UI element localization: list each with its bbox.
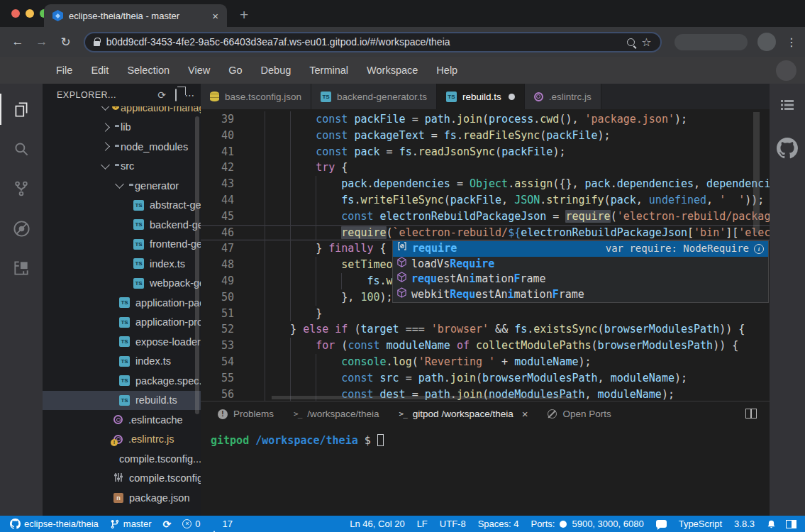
panel-tab-problems[interactable]: !Problems <box>208 409 284 419</box>
window-controls[interactable] <box>11 9 48 18</box>
tree-item-src[interactable]: src <box>43 157 201 177</box>
code-line-53[interactable]: 53for (const moduleName of collectModule… <box>201 338 770 354</box>
code-line-43[interactable]: 43pack.dependencies = Object.assign({}, … <box>201 176 770 192</box>
tree-item-generator[interactable]: generator <box>43 176 201 196</box>
terminal[interactable]: gitpod /workspace/theia $ <box>201 426 770 447</box>
code-line-42[interactable]: 42try { <box>201 160 770 176</box>
statusbar-language[interactable]: TypeScript <box>679 519 722 529</box>
tab-close-icon[interactable]: × <box>212 10 218 22</box>
sidebar-scrollbar[interactable] <box>195 116 199 414</box>
editor-horizontal-scrollbar[interactable] <box>272 396 577 399</box>
tree-item-index.ts[interactable]: TSindex.ts <box>43 254 201 274</box>
chevron-right-icon[interactable] <box>101 142 110 151</box>
statusbar-repo[interactable]: eclipse-theia/theia <box>10 519 99 529</box>
code-line-51[interactable]: 51} <box>201 306 770 322</box>
info-icon[interactable]: i <box>754 244 764 254</box>
statusbar-encoding[interactable]: UTF-8 <box>440 519 466 529</box>
bookmark-star-icon[interactable]: ☆ <box>641 35 651 49</box>
statusbar-feedback[interactable] <box>656 520 667 528</box>
suggestion-requestanimationframe[interactable]: requestAnimationFrame <box>393 272 768 287</box>
chevron-down-icon[interactable] <box>101 160 110 170</box>
code-line-45[interactable]: 45const electronRebuildPackageJson = req… <box>201 209 770 225</box>
forward-icon[interactable]: → <box>31 35 52 49</box>
explorer-files-icon[interactable] <box>0 89 43 129</box>
tree-item-.eslintrc.js[interactable]: !.eslintrc.js <box>43 430 201 450</box>
statusbar-eol[interactable]: LF <box>417 519 428 529</box>
refresh-icon[interactable]: ⟳ <box>157 89 166 101</box>
tree-item-application-pro...[interactable]: TSapplication-pro... <box>43 313 201 333</box>
split-terminal-icon[interactable] <box>745 409 757 419</box>
tree-item-backend-gen...[interactable]: TSbackend-gen... <box>43 215 201 235</box>
menu-terminal[interactable]: Terminal <box>300 65 357 76</box>
more-actions-icon[interactable]: ⋯ <box>185 89 196 101</box>
statusbar-ports[interactable]: Ports: 5900, 3000, 6080 <box>531 519 643 529</box>
suggestion-webkitrequestanimationframe[interactable]: webkitRequestAnimationFrame <box>393 287 768 303</box>
close-window-button[interactable] <box>11 9 20 18</box>
menu-file[interactable]: File <box>47 65 82 76</box>
code-line-52[interactable]: 52} else if (target === 'browser' && fs.… <box>201 321 770 338</box>
code-line-39[interactable]: 39const packFile = path.join(process.cwd… <box>201 111 770 128</box>
panel-tab-open-ports[interactable]: Open Ports <box>538 409 621 419</box>
github-icon[interactable] <box>777 138 798 162</box>
editor-tab-backend-generator.ts[interactable]: TSbackend-generator.ts <box>311 84 437 109</box>
tree-item-lib[interactable]: lib <box>43 118 201 138</box>
statusbar-toggle-panel[interactable] <box>786 520 796 528</box>
code-line-41[interactable]: 41const pack = fs.readJsonSync(packFile)… <box>201 144 770 160</box>
back-icon[interactable]: ← <box>7 35 28 49</box>
statusbar-branch[interactable]: master <box>110 519 152 529</box>
statusbar-problems[interactable]: × 0 ! 17 <box>182 519 233 529</box>
collapse-all-icon[interactable] <box>175 89 177 101</box>
extensions-pill[interactable] <box>674 34 748 50</box>
editor-tab-rebuild.ts[interactable]: TSrebuild.ts <box>437 84 525 109</box>
tree-item-abstract-gene...[interactable]: TSabstract-gene... <box>43 196 201 216</box>
browser-profile-avatar[interactable] <box>757 33 776 51</box>
statusbar-cursor-position[interactable]: Ln 46, Col 20 <box>350 519 404 529</box>
close-icon[interactable]: × <box>522 408 528 420</box>
suggestion-loadvsrequire[interactable]: loadVsRequire <box>393 257 768 272</box>
reload-icon[interactable]: ↻ <box>55 35 77 50</box>
menu-go[interactable]: Go <box>219 65 251 76</box>
menu-edit[interactable]: Edit <box>82 65 118 76</box>
panel-tab-gitpod-workspace-theia[interactable]: >_gitpod /workspace/theia× <box>389 408 538 420</box>
editor-vertical-scrollbar[interactable] <box>753 112 760 233</box>
tree-item-frontend-gene...[interactable]: TSfrontend-gene... <box>43 235 201 255</box>
new-tab-button[interactable]: + <box>240 4 248 26</box>
browser-menu-icon[interactable]: ⋮ <box>786 35 798 49</box>
tree-item-application-pac...[interactable]: TSapplication-pac... <box>43 293 201 313</box>
menu-workspace[interactable]: Workspace <box>357 65 427 76</box>
tree-item-node-modules[interactable]: node_modules <box>43 137 201 157</box>
debug-disabled-icon[interactable] <box>0 209 43 248</box>
chevron-right-icon[interactable] <box>101 123 110 132</box>
browser-tab[interactable]: eclipse-theia/theia - master × <box>44 4 227 27</box>
code-line-40[interactable]: 40const packageText = fs.readFileSync(pa… <box>201 128 770 144</box>
panel-tab--workspace-theia[interactable]: >_/workspace/theia <box>284 409 389 419</box>
plugins-icon[interactable] <box>0 248 43 288</box>
tree-item-rebuild.ts[interactable]: TSrebuild.ts <box>43 391 201 411</box>
tree-item-compile.tsconfig....[interactable]: compile.tsconfig.... <box>43 469 201 489</box>
zoom-icon[interactable] <box>627 38 635 46</box>
code-line-44[interactable]: 44fs.writeFileSync(packFile, JSON.string… <box>201 192 770 209</box>
statusbar-notifications[interactable] <box>767 519 776 529</box>
minimize-window-button[interactable] <box>26 9 34 18</box>
tree-item-expose-loader.ts[interactable]: TSexpose-loader.ts <box>43 332 201 352</box>
tree-item-package.spec.ts[interactable]: TSpackage.spec.ts <box>43 371 201 391</box>
menu-help[interactable]: Help <box>427 65 467 76</box>
source-control-icon[interactable] <box>0 169 43 209</box>
url-bar[interactable]: b0dd9cdf-3453-4fe2-9a5c-66403d3ea7af.ws-… <box>84 32 662 52</box>
editor-tab-.eslintrc.js[interactable]: .eslintrc.js <box>525 84 601 109</box>
chevron-down-icon[interactable] <box>115 179 124 189</box>
user-avatar[interactable] <box>776 60 796 81</box>
suggestion-require[interactable]: requirevar require: NodeRequirei <box>393 241 768 257</box>
code-line-55[interactable]: 55const src = path.join(browserModulesPa… <box>201 370 770 387</box>
tree-item-compile.tsconfig....[interactable]: compile.tsconfig.... <box>43 449 201 469</box>
tree-item-package.json[interactable]: npackage.json <box>43 488 201 508</box>
menu-selection[interactable]: Selection <box>118 65 179 76</box>
search-icon[interactable] <box>0 129 43 169</box>
statusbar-ts-version[interactable]: 3.8.3 <box>734 519 755 529</box>
lock-icon[interactable] <box>94 41 100 46</box>
outline-view-icon[interactable] <box>779 96 796 116</box>
statusbar-indentation[interactable]: Spaces: 4 <box>478 519 519 529</box>
menu-debug[interactable]: Debug <box>252 65 301 76</box>
editor-tab-base.tsconfig.json[interactable]: base.tsconfig.json <box>201 84 311 109</box>
tree-item-index.ts[interactable]: TSindex.ts <box>43 352 201 372</box>
